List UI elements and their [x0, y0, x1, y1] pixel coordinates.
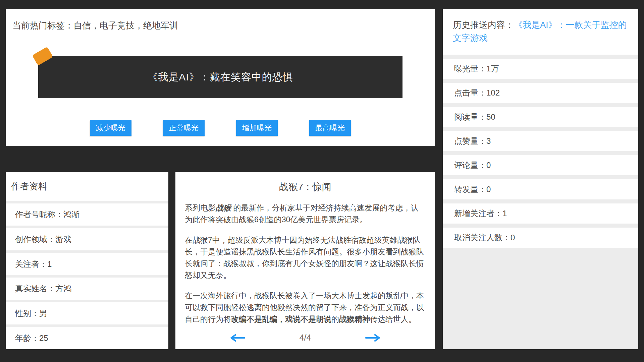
colon: ：: [494, 208, 502, 219]
row-value: 1: [47, 259, 52, 269]
row-label: 点赞量: [454, 136, 478, 146]
row-value: 鸿渐: [63, 209, 79, 220]
article-paragraph: 系列电影战猴 的最新作，分析家基于对经济持续高速发展的考虑，认为此作将突破由战猴…: [185, 202, 426, 226]
banner-title: 《我是AI》：藏在笑容中的恐惧: [148, 70, 293, 84]
profile-row-nickname: 作者号昵称：鸿渐: [6, 203, 168, 226]
row-value: 游戏: [55, 234, 71, 245]
stats-panel-filler: [443, 252, 638, 349]
colon: ：: [55, 209, 63, 220]
stat-row-new-followers: 新增关注者：1: [443, 203, 638, 224]
colon: ：: [478, 87, 486, 98]
row-label: 阅读量: [454, 112, 478, 122]
row-label: 真实姓名: [15, 283, 47, 294]
row-label: 取消关注人数: [454, 232, 502, 243]
row-label: 创作领域: [15, 234, 47, 245]
row-label: 年龄: [15, 333, 31, 344]
row-value: 0: [486, 161, 491, 170]
sticky-tag-icon: [32, 47, 53, 65]
row-value: 0: [486, 185, 491, 194]
stat-row-comments: 评论量：0: [443, 155, 638, 175]
profile-row-field: 创作领域：游戏: [6, 228, 168, 250]
row-label: 评论量: [454, 160, 478, 171]
stat-row-likes: 点赞量：3: [443, 131, 638, 151]
page-indicator: 4/4: [300, 333, 311, 343]
colon: ：: [502, 232, 511, 243]
colon: ：: [47, 234, 55, 245]
next-page-button[interactable]: [365, 333, 381, 343]
row-label: 关注者: [15, 259, 39, 269]
recommendation-panel: 当前热门标签：自信，电子竞技，绝地军训 《我是AI》：藏在笑容中的恐惧 减少曝光…: [6, 9, 435, 146]
pagination: 4/4: [175, 333, 435, 343]
colon: ：: [31, 308, 39, 319]
decrease-exposure-button[interactable]: 减少曝光: [90, 120, 131, 136]
article-paragraph: 在战猴7中，超级反派大木博士因为始终无法战胜宿敌超级英雄战猴队长，于是便造谣抹黑…: [185, 234, 426, 281]
increase-exposure-button[interactable]: 增加曝光: [236, 120, 278, 136]
stat-row-unfollows: 取消关注人数：0: [443, 228, 638, 248]
row-value: 方鸿: [55, 283, 71, 294]
colon: ：: [478, 160, 486, 171]
profile-row-followers: 关注者：1: [6, 253, 168, 275]
stat-row-shares: 转发量：0: [443, 179, 638, 199]
row-value: 0: [511, 233, 515, 242]
row-label: 性别: [15, 308, 31, 319]
colon: ：: [478, 136, 486, 146]
profile-row-age: 年龄：25: [6, 327, 168, 349]
article-panel: 战猴7：惊闻 系列电影战猴 的最新作，分析家基于对经济持续高速发展的考虑，认为此…: [175, 172, 435, 349]
row-value: 3: [486, 136, 491, 146]
row-label: 作者号昵称: [15, 209, 55, 220]
article-title: 战猴7：惊闻: [185, 181, 426, 193]
row-value: 50: [486, 112, 495, 122]
colon: ：: [478, 63, 486, 74]
row-value: 102: [486, 88, 500, 98]
row-value: 1: [502, 209, 507, 218]
app-root: 当前热门标签：自信，电子竞技，绝地军训 《我是AI》：藏在笑容中的恐惧 减少曝光…: [0, 0, 644, 362]
colon: ：: [31, 333, 39, 344]
colon: ：: [478, 184, 486, 195]
colon: ：: [47, 283, 55, 294]
colon: ：: [478, 112, 486, 122]
profile-row-gender: 性别：男: [6, 302, 168, 324]
author-panel-title: 作者资料: [6, 172, 168, 201]
push-history-panel: 历史推送内容：《我是AI》：一款关于监控的文字游戏 曝光量：1万 点击量：102…: [443, 9, 638, 349]
history-label: 历史推送内容：: [453, 20, 514, 30]
author-profile-panel: 作者资料 作者号昵称：鸿渐 创作领域：游戏 关注者：1 真实姓名：方鸿 性别：男…: [6, 172, 168, 349]
stat-row-clicks: 点击量：102: [443, 83, 638, 103]
colon: ：: [39, 259, 47, 269]
profile-row-real-name: 真实姓名：方鸿: [6, 278, 168, 300]
prev-page-button[interactable]: [229, 333, 246, 343]
normal-exposure-button[interactable]: 正常曝光: [163, 120, 205, 136]
history-header: 历史推送内容：《我是AI》：一款关于监控的文字游戏: [443, 9, 638, 55]
arrow-right-icon: [365, 333, 381, 343]
hot-tags-line: 当前热门标签：自信，电子竞技，绝地军训: [6, 9, 435, 32]
row-value: 25: [39, 334, 48, 343]
row-value: 1万: [486, 63, 499, 74]
row-label: 点击量: [454, 87, 478, 98]
max-exposure-button[interactable]: 最高曝光: [309, 120, 351, 136]
exposure-buttons-row: 减少曝光 正常曝光 增加曝光 最高曝光: [6, 120, 435, 136]
row-label: 转发量: [454, 184, 478, 195]
row-label: 曝光量: [454, 63, 478, 74]
stat-row-reads: 阅读量：50: [443, 107, 638, 127]
arrow-left-icon: [229, 333, 246, 343]
hot-tags-label: 当前热门标签：: [12, 20, 73, 31]
article-paragraph: 在一次海外旅行中，战猴队长被卷入了一场大木博士发起的叛乱中，本可以救下同胞轻松逃…: [185, 290, 426, 325]
row-label: 新增关注者: [454, 208, 494, 219]
stat-row-exposure: 曝光量：1万: [443, 59, 638, 79]
row-value: 男: [39, 308, 47, 319]
hot-tags-list: 自信，电子竞技，绝地军训: [73, 20, 178, 31]
article-banner: 《我是AI》：藏在笑容中的恐惧: [38, 56, 402, 98]
